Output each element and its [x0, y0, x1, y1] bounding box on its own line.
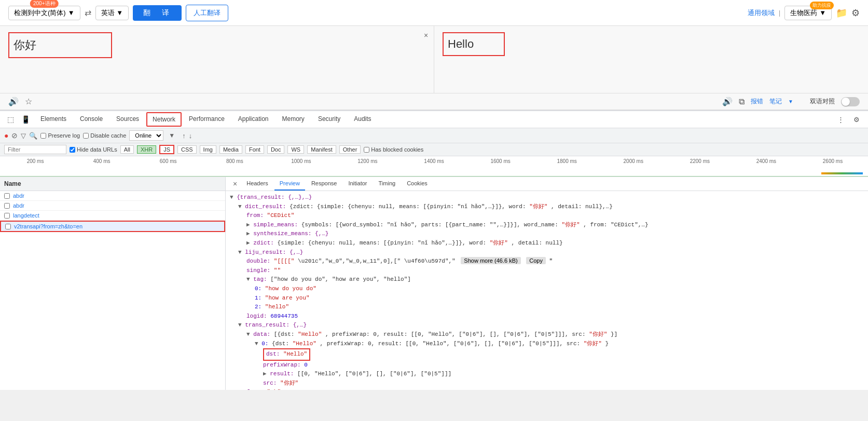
action-icons-row: 🔊 ☆ 🔊 ⧉ 报错 笔记 ▼ 双语对照 — [0, 93, 868, 110]
detail-tab-timing[interactable]: Timing — [374, 177, 401, 191]
filter-font-btn[interactable]: Font — [245, 145, 264, 154]
hide-data-urls-checkbox[interactable] — [70, 147, 75, 153]
disable-cache-checkbox[interactable] — [83, 133, 89, 139]
throttle-arrow[interactable]: ▼ — [169, 132, 175, 139]
throttle-select[interactable]: Online — [129, 130, 163, 141]
close-translation-button[interactable]: × — [424, 31, 428, 39]
notes-button[interactable]: 笔记 — [769, 97, 782, 106]
json-logid: logid: 68944735 — [230, 312, 864, 321]
filter-js-btn[interactable]: JS — [159, 145, 174, 154]
filter-ws-btn[interactable]: WS — [287, 145, 304, 154]
filter-doc-btn[interactable]: Doc — [267, 145, 285, 154]
filter-css-btn[interactable]: CSS — [177, 145, 197, 154]
tl-1800: 1800 ms — [534, 158, 600, 164]
filter-manifest-btn[interactable]: Manifest — [307, 145, 336, 154]
json-data-0: ▼ 0: {dst: "Hello" , prefixWrap: 0, resu… — [230, 339, 864, 349]
tab-sources[interactable]: Sources — [110, 111, 145, 128]
list-item-langdetect[interactable]: langdetect — [0, 211, 225, 221]
disable-cache-text: Disable cache — [90, 132, 126, 139]
filter-other-btn[interactable]: Other — [339, 145, 361, 154]
notes-arrow[interactable]: ▼ — [788, 99, 793, 104]
blocked-cookies-checkbox[interactable] — [364, 147, 369, 153]
devtools-mobile-icon[interactable]: 📱 — [18, 113, 33, 126]
json-prefixwrap: prefixWrap: 0 — [230, 361, 864, 370]
list-item-v2transapi[interactable]: v2transapi?from=zh&to=en — [0, 221, 225, 232]
json-double: double: "[[[[" \u201c","w_0","w_0,w_11",… — [230, 257, 864, 266]
export-icon[interactable]: ↓ — [189, 132, 192, 140]
devtools-more-icon[interactable]: ⋮ — [833, 114, 848, 126]
tab-console[interactable]: Console — [74, 111, 109, 128]
tab-network[interactable]: Network — [146, 112, 182, 127]
assist-badge: 助力抗疫 — [810, 2, 834, 9]
detail-tab-response[interactable]: Response — [306, 177, 342, 191]
tl-1000: 1000 ms — [268, 158, 334, 164]
dst-highlight-box: dst: "Hello" — [263, 348, 310, 361]
detail-tab-cookies[interactable]: Cookies — [402, 177, 433, 191]
tab-memory[interactable]: Memory — [276, 111, 311, 128]
bio-domain-label: 生物医药 — [790, 8, 817, 18]
filter-media-btn[interactable]: Media — [219, 145, 242, 154]
tl-2200: 2200 ms — [667, 158, 733, 164]
speaker-icon-target[interactable]: 🔊 — [722, 97, 733, 106]
filter-input[interactable] — [4, 145, 66, 154]
list-item-abdr1[interactable]: abdr — [0, 191, 225, 201]
tab-security[interactable]: Security — [312, 111, 347, 128]
show-more-button[interactable]: Show more (46.6 kB) — [461, 257, 520, 264]
list-item-checkbox-3[interactable] — [4, 213, 10, 219]
translate-button[interactable]: 翻 译 — [133, 5, 182, 21]
hide-data-urls-label[interactable]: Hide data URLs — [70, 146, 117, 153]
name-list-header: Name — [0, 177, 225, 191]
preserve-log-checkbox[interactable] — [40, 133, 46, 139]
human-translate-button[interactable]: 人工翻译 — [186, 5, 228, 21]
domain-link[interactable]: 通用领域 — [748, 8, 775, 18]
detail-tab-preview[interactable]: Preview — [274, 177, 305, 191]
tab-application[interactable]: Application — [232, 111, 275, 128]
tl-2000: 2000 ms — [600, 158, 667, 164]
filter-img-btn[interactable]: Img — [200, 145, 216, 154]
list-item-checkbox-4[interactable] — [5, 224, 11, 229]
folder-icon[interactable]: 📁 — [836, 7, 847, 19]
copy-icon[interactable]: ⧉ — [739, 97, 745, 106]
json-data: ▼ data: [{dst: "Hello" , prefixWrap: 0, … — [230, 330, 864, 339]
filter-all-btn[interactable]: All — [120, 145, 134, 154]
settings-icon[interactable]: ⚙ — [851, 7, 860, 19]
source-lang-select[interactable]: 检测到中文(简体) ▼ — [8, 6, 80, 20]
filter-bar: Hide data URLs All XHR JS CSS Img Media … — [0, 143, 868, 156]
tab-performance[interactable]: Performance — [183, 111, 231, 128]
list-item-abdr2[interactable]: abdr — [0, 201, 225, 211]
source-text-box[interactable]: 你好 — [8, 32, 112, 58]
record-button[interactable]: ● — [4, 131, 8, 140]
stop-button[interactable]: ⊘ — [11, 131, 18, 140]
star-icon[interactable]: ☆ — [25, 97, 32, 106]
target-text-panel: × Hello — [434, 26, 868, 93]
tl-200: 200 ms — [2, 158, 68, 164]
tab-audits[interactable]: Audits — [348, 111, 377, 128]
preserve-log-label[interactable]: Preserve log — [40, 132, 80, 139]
devtools-cursor-icon[interactable]: ⬚ — [4, 113, 17, 126]
list-item-checkbox-2[interactable] — [4, 203, 10, 209]
devtools-settings-icon[interactable]: ⚙ — [849, 114, 864, 126]
tl-1200: 1200 ms — [334, 158, 401, 164]
swap-languages-icon[interactable]: ⇄ — [85, 8, 91, 18]
target-lang-select[interactable]: 英语 ▼ — [95, 6, 129, 20]
filter-xhr-btn[interactable]: XHR — [137, 145, 156, 154]
detail-tab-initiator[interactable]: Initiator — [343, 177, 372, 191]
close-detail-panel-button[interactable]: × — [230, 178, 240, 190]
list-item-checkbox-1[interactable] — [4, 193, 10, 199]
blocked-cookies-text: Has blocked cookies — [371, 146, 423, 153]
tab-elements[interactable]: Elements — [34, 111, 73, 128]
import-icon[interactable]: ↑ — [182, 132, 186, 140]
detail-tab-headers[interactable]: Headers — [241, 177, 273, 191]
json-liju: ▼ liju_result: {,…} — [230, 248, 864, 257]
blocked-cookies-label[interactable]: Has blocked cookies — [364, 146, 423, 153]
report-link[interactable]: 报错 — [751, 97, 763, 106]
bilingual-toggle[interactable] — [841, 97, 860, 106]
copy-button[interactable]: Copy — [526, 257, 546, 264]
tl-2600: 2600 ms — [800, 158, 866, 164]
disable-cache-label[interactable]: Disable cache — [83, 132, 126, 139]
filter-icon[interactable]: ▽ — [21, 132, 26, 140]
list-item-label-1: abdr — [13, 193, 24, 199]
json-dict-result: ▼ dict_result: {zdict: {simple: {chenyu:… — [230, 202, 864, 212]
speaker-icon-source[interactable]: 🔊 — [8, 97, 19, 106]
search-icon[interactable]: 🔍 — [29, 132, 37, 140]
